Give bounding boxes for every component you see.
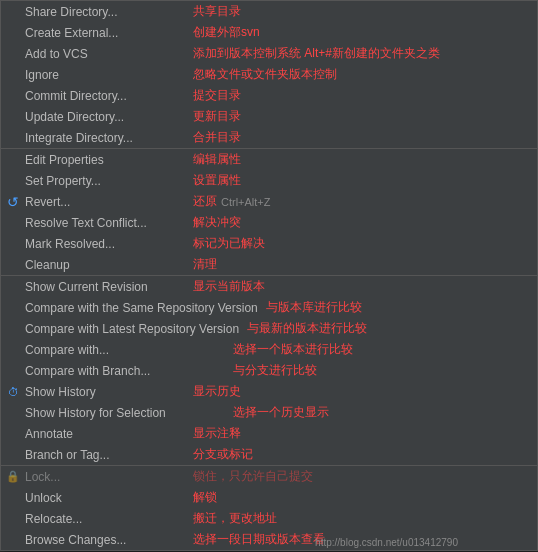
menu-item-label-unlock: Unlock (25, 491, 185, 505)
menu-item-label-compare-latest-repo: Compare with Latest Repository Version (25, 322, 239, 336)
menu-item-compare-latest-repo[interactable]: Compare with Latest Repository Version 与… (1, 318, 537, 339)
menu-item-compare-with[interactable]: Compare with... 选择一个版本进行比较 (1, 339, 537, 360)
menu-item-label-set-property: Set Property... (25, 174, 185, 188)
menu-item-label-browse-changes: Browse Changes... (25, 533, 185, 547)
menu-item-annotation-compare-with: 选择一个版本进行比较 (233, 341, 353, 358)
revert-icon: ↺ (5, 194, 21, 210)
menu-item-branch-or-tag[interactable]: Branch or Tag... 分支或标记 (1, 444, 537, 466)
menu-item-create-external[interactable]: Create External... 创建外部svn (1, 22, 537, 43)
menu-item-revert[interactable]: ↺ Revert... 还原 Ctrl+Alt+Z (1, 191, 537, 212)
menu-item-commit-directory[interactable]: Commit Directory... 提交目录 (1, 85, 537, 106)
menu-item-label-update-directory: Update Directory... (25, 110, 185, 124)
menu-item-annotation-cleanup: 清理 (193, 256, 217, 273)
menu-item-relocate[interactable]: Relocate... 搬迁，更改地址 (1, 508, 537, 529)
menu-item-annotation-set-property: 设置属性 (193, 172, 241, 189)
menu-item-label-ignore: Ignore (25, 68, 185, 82)
menu-item-annotation-ignore: 忽略文件或文件夹版本控制 (193, 66, 337, 83)
menu-item-annotation-create-external: 创建外部svn (193, 24, 260, 41)
menu-item-annotation-compare-same-repo: 与版本库进行比较 (266, 299, 362, 316)
menu-item-annotation-update-directory: 更新目录 (193, 108, 241, 125)
menu-item-lock[interactable]: 🔒 Lock... 锁住，只允许自己提交 (1, 466, 537, 487)
menu-item-annotation-revert: 还原 (193, 193, 217, 210)
menu-item-annotate[interactable]: Annotate 显示注释 (1, 423, 537, 444)
menu-item-share-directory[interactable]: Share Directory... 共享目录 (1, 1, 537, 22)
menu-item-annotation-edit-properties: 编辑属性 (193, 151, 241, 168)
menu-item-label-create-external: Create External... (25, 26, 185, 40)
menu-item-unlock[interactable]: Unlock 解锁 (1, 487, 537, 508)
menu-item-annotation-unlock: 解锁 (193, 489, 217, 506)
menu-item-annotation-show-current-revision: 显示当前版本 (193, 278, 265, 295)
menu-item-annotation-relocate: 搬迁，更改地址 (193, 510, 277, 527)
menu-item-annotation-resolve-conflict: 解决冲突 (193, 214, 241, 231)
menu-item-set-property[interactable]: Set Property... 设置属性 (1, 170, 537, 191)
menu-item-update-directory[interactable]: Update Directory... 更新目录 (1, 106, 537, 127)
menu-item-label-add-to-vcs: Add to VCS (25, 47, 185, 61)
menu-item-show-history-selection[interactable]: Show History for Selection 选择一个历史显示 (1, 402, 537, 423)
menu-item-edit-properties[interactable]: Edit Properties 编辑属性 (1, 149, 537, 170)
menu-item-mark-resolved[interactable]: Mark Resolved... 标记为已解决 (1, 233, 537, 254)
menu-item-label-integrate-directory: Integrate Directory... (25, 131, 185, 145)
menu-item-annotation-show-history-selection: 选择一个历史显示 (233, 404, 329, 421)
lock-icon: 🔒 (5, 470, 21, 483)
menu-item-label-cleanup: Cleanup (25, 258, 185, 272)
menu-item-label-commit-directory: Commit Directory... (25, 89, 185, 103)
menu-item-resolve-conflict[interactable]: Resolve Text Conflict... 解决冲突 (1, 212, 537, 233)
history-icon: ⏱ (5, 386, 21, 398)
menu-item-label-share-directory: Share Directory... (25, 5, 185, 19)
menu-item-label-branch-or-tag: Branch or Tag... (25, 448, 185, 462)
menu-item-label-revert: Revert... (25, 195, 185, 209)
menu-item-show-current-revision[interactable]: Show Current Revision 显示当前版本 (1, 276, 537, 297)
menu-item-annotation-add-to-vcs: 添加到版本控制系统 Alt+#新创建的文件夹之类 (193, 45, 440, 62)
menu-item-label-lock: Lock... (25, 470, 185, 484)
menu-item-annotation-branch-or-tag: 分支或标记 (193, 446, 253, 463)
menu-item-compare-same-repo[interactable]: Compare with the Same Repository Version… (1, 297, 537, 318)
watermark: http://blog.csdn.net/u013412790 (315, 537, 458, 548)
menu-item-label-annotate: Annotate (25, 427, 185, 441)
menu-item-annotation-lock: 锁住，只允许自己提交 (193, 468, 313, 485)
menu-item-annotation-annotate: 显示注释 (193, 425, 241, 442)
menu-item-add-to-vcs[interactable]: Add to VCS 添加到版本控制系统 Alt+#新创建的文件夹之类 (1, 43, 537, 64)
menu-item-cleanup[interactable]: Cleanup 清理 (1, 254, 537, 276)
context-menu: Share Directory... 共享目录 Create External.… (0, 0, 538, 551)
menu-item-annotation-integrate-directory: 合并目录 (193, 129, 241, 146)
menu-item-label-relocate: Relocate... (25, 512, 185, 526)
menu-item-annotation-commit-directory: 提交目录 (193, 87, 241, 104)
menu-item-label-show-history-selection: Show History for Selection (25, 406, 225, 420)
menu-item-label-show-history: Show History (25, 385, 185, 399)
menu-item-integrate-directory[interactable]: Integrate Directory... 合并目录 (1, 127, 537, 149)
menu-item-annotation-compare-with-branch: 与分支进行比较 (233, 362, 317, 379)
menu-item-label-edit-properties: Edit Properties (25, 153, 185, 167)
menu-item-label-compare-same-repo: Compare with the Same Repository Version (25, 301, 258, 315)
menu-item-label-show-current-revision: Show Current Revision (25, 280, 185, 294)
menu-item-ignore[interactable]: Ignore 忽略文件或文件夹版本控制 (1, 64, 537, 85)
menu-item-annotation-show-history: 显示历史 (193, 383, 241, 400)
menu-item-annotation-browse-changes: 选择一段日期或版本查看 (193, 531, 325, 548)
menu-item-compare-with-branch[interactable]: Compare with Branch... 与分支进行比较 (1, 360, 537, 381)
menu-item-label-compare-with-branch: Compare with Branch... (25, 364, 225, 378)
menu-item-annotation-mark-resolved: 标记为已解决 (193, 235, 265, 252)
menu-item-label-compare-with: Compare with... (25, 343, 225, 357)
menu-item-annotation-share-directory: 共享目录 (193, 3, 241, 20)
menu-item-show-history[interactable]: ⏱ Show History 显示历史 (1, 381, 537, 402)
menu-item-annotation-compare-latest-repo: 与最新的版本进行比较 (247, 320, 367, 337)
menu-item-shortcut-revert: Ctrl+Alt+Z (221, 196, 271, 208)
menu-item-label-mark-resolved: Mark Resolved... (25, 237, 185, 251)
menu-item-label-resolve-conflict: Resolve Text Conflict... (25, 216, 185, 230)
